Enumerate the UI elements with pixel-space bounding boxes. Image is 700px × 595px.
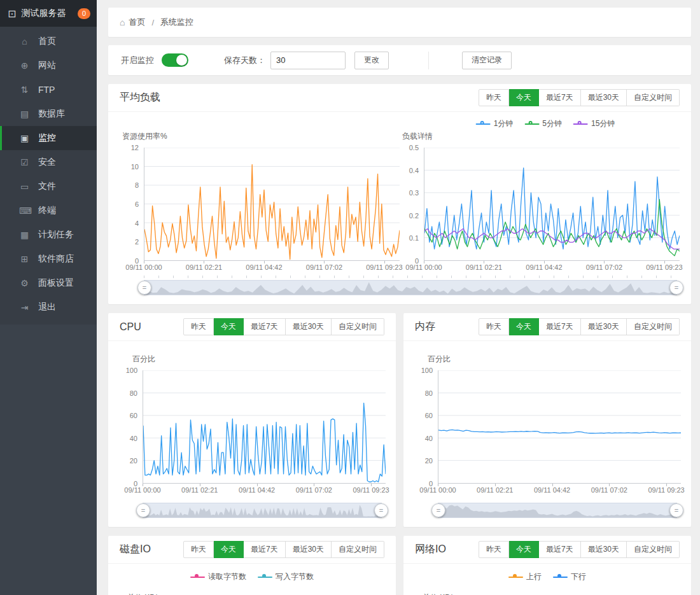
y-tick-label: 10	[131, 163, 139, 171]
datazoom-handle-left[interactable]: =	[431, 503, 445, 517]
chart-plot: 02040608010009/11 00:0009/11 02:2109/11 …	[118, 370, 386, 495]
time-range-button-1[interactable]: 今天	[214, 541, 244, 558]
change-button[interactable]: 更改	[354, 52, 389, 69]
memory-header: 内存 昨天今天最近7天最近30天自定义时间	[403, 313, 691, 341]
time-range-button-2[interactable]: 最近7天	[244, 541, 286, 558]
legend-item-1[interactable]: 5分钟	[524, 118, 562, 129]
toggle-knob	[176, 55, 187, 66]
monitor-toggle[interactable]	[162, 53, 188, 67]
settings-icon: ⚙	[19, 278, 30, 288]
legend-item-0[interactable]: 读取字节数	[190, 571, 246, 582]
sidebar-item-site[interactable]: ⊕网站	[0, 53, 97, 78]
sidebar-item-label: 计划任务	[38, 229, 74, 241]
y-axis: 024681012	[120, 148, 144, 261]
sidebar-item-cron[interactable]: ▦计划任务	[0, 223, 97, 247]
time-range-button-0[interactable]: 昨天	[183, 541, 214, 558]
datazoom-slider[interactable]: ==	[438, 503, 677, 518]
avg-load-section: 平均负载 昨天今天最近7天最近30天自定义时间 1分钟5分钟15分钟 资源使用率…	[108, 84, 691, 304]
datazoom-slider[interactable]: ==	[143, 503, 382, 518]
y-tick-label: 0.5	[409, 144, 419, 151]
legend-dot	[557, 574, 561, 578]
time-range-group: 昨天今天最近7天最近30天自定义时间	[479, 541, 680, 558]
sidebar-item-files[interactable]: ▭文件	[0, 174, 97, 199]
time-range-button-1[interactable]: 今天	[509, 541, 539, 558]
time-range-button-3[interactable]: 最近30天	[286, 541, 332, 558]
datazoom-handle-right[interactable]: =	[669, 281, 683, 295]
legend-item-1[interactable]: 写入字节数	[258, 571, 314, 582]
sidebar-item-home[interactable]: ⌂首页	[0, 29, 97, 53]
y-axis: 00.10.20.30.40.5	[400, 148, 424, 261]
time-range-button-0[interactable]: 昨天	[479, 541, 509, 558]
section-title: CPU	[120, 321, 141, 333]
legend-dot	[262, 574, 266, 578]
time-range-button-0[interactable]: 昨天	[183, 318, 214, 335]
time-range-button-3[interactable]: 最近30天	[286, 318, 332, 335]
appstore-icon: ⊞	[19, 254, 30, 264]
time-range-button-2[interactable]: 最近7天	[539, 89, 581, 106]
datazoom-slider[interactable]: ==	[144, 280, 677, 295]
sidebar-item-database[interactable]: ▤数据库	[0, 102, 97, 126]
time-range-button-4[interactable]: 自定义时间	[332, 318, 384, 335]
network-io-legend: 上行下行	[414, 564, 681, 582]
io-row: 磁盘IO 昨天今天最近7天最近30天自定义时间 读取字节数写入字节数 单位:KB…	[108, 536, 691, 595]
time-range-button-4[interactable]: 自定义时间	[627, 89, 680, 106]
legend-item-0[interactable]: 上行	[508, 571, 542, 582]
time-range-button-2[interactable]: 最近7天	[244, 318, 286, 335]
x-tick-label: 09/11 07:02	[586, 263, 622, 271]
time-range-button-4[interactable]: 自定义时间	[332, 541, 384, 558]
server-monitor-icon: ⊡	[8, 8, 16, 20]
x-tick-label: 09/11 04:42	[246, 263, 282, 271]
clear-records-button[interactable]: 清空记录	[462, 52, 512, 69]
y-tick-label: 20	[425, 457, 433, 465]
sidebar-item-terminal[interactable]: ⌨终端	[0, 199, 97, 223]
y-tick-label: 80	[425, 389, 433, 397]
time-range-button-3[interactable]: 最近30天	[581, 541, 627, 558]
time-range-button-1[interactable]: 今天	[214, 318, 244, 335]
save-days-input[interactable]	[270, 52, 346, 69]
sidebar-item-appstore[interactable]: ⊞软件商店	[0, 247, 97, 271]
time-range-button-3[interactable]: 最近30天	[581, 89, 627, 106]
avg-charts-row: 资源使用率% 02468101209/11 00:0009/11 02:2109…	[120, 131, 680, 272]
avg-datazoom-wrap: ==	[144, 280, 677, 295]
x-tick-label: 09/11 07:02	[306, 263, 342, 271]
message-count-badge[interactable]: 0	[78, 8, 90, 19]
server-name: 测试服务器	[21, 8, 66, 19]
sidebar-item-label: 文件	[38, 181, 56, 192]
y-tick-label: 40	[130, 435, 137, 442]
time-range-button-0[interactable]: 昨天	[479, 89, 509, 106]
cpu-memory-row: CPU 昨天今天最近7天最近30天自定义时间 百分比 0204060801000…	[108, 313, 691, 527]
datazoom-handle-right[interactable]: =	[669, 503, 683, 517]
time-range-button-4[interactable]: 自定义时间	[627, 318, 680, 335]
time-range-button-2[interactable]: 最近7天	[539, 318, 581, 335]
sidebar-item-monitor[interactable]: ▣监控	[0, 126, 97, 150]
legend-item-0[interactable]: 1分钟	[476, 118, 514, 129]
section-title: 内存	[415, 320, 435, 333]
sidebar-item-security[interactable]: ☑安全	[0, 150, 97, 174]
section-title: 磁盘IO	[120, 543, 151, 556]
sidebar-item-ftp[interactable]: ⇅FTP	[0, 78, 97, 102]
legend-item-2[interactable]: 15分钟	[573, 118, 615, 129]
datazoom-handle-left[interactable]: =	[136, 503, 150, 517]
y-tick-label: 0.2	[409, 212, 419, 220]
memory-section: 内存 昨天今天最近7天最近30天自定义时间 百分比 02040608010009…	[403, 313, 691, 527]
time-range-button-0[interactable]: 昨天	[479, 318, 509, 335]
terminal-icon: ⌨	[19, 206, 30, 216]
memory-chart: 百分比 02040608010009/11 00:0009/11 02:2109…	[414, 354, 681, 495]
legend-item-1[interactable]: 下行	[553, 571, 586, 582]
sidebar-item-logout[interactable]: ⇥退出	[0, 295, 97, 319]
time-range-button-1[interactable]: 今天	[509, 318, 539, 335]
datazoom-handle-right[interactable]: =	[374, 503, 388, 517]
cpu-body: 百分比 02040608010009/11 00:0009/11 02:2109…	[108, 341, 396, 527]
time-range-button-1[interactable]: 今天	[509, 89, 539, 106]
plot-area	[438, 370, 681, 484]
y-tick-label: 0.1	[409, 234, 419, 242]
time-range-button-3[interactable]: 最近30天	[581, 318, 627, 335]
section-title: 网络IO	[415, 543, 446, 556]
monitor-toggle-label: 开启监控	[121, 55, 154, 66]
time-range-button-4[interactable]: 自定义时间	[627, 541, 680, 558]
breadcrumb-home-link[interactable]: 首页	[129, 17, 145, 28]
sidebar-item-settings[interactable]: ⚙面板设置	[0, 271, 97, 295]
cpu-datazoom-wrap: ==	[143, 503, 382, 518]
datazoom-handle-left[interactable]: =	[137, 281, 151, 295]
time-range-button-2[interactable]: 最近7天	[539, 541, 581, 558]
